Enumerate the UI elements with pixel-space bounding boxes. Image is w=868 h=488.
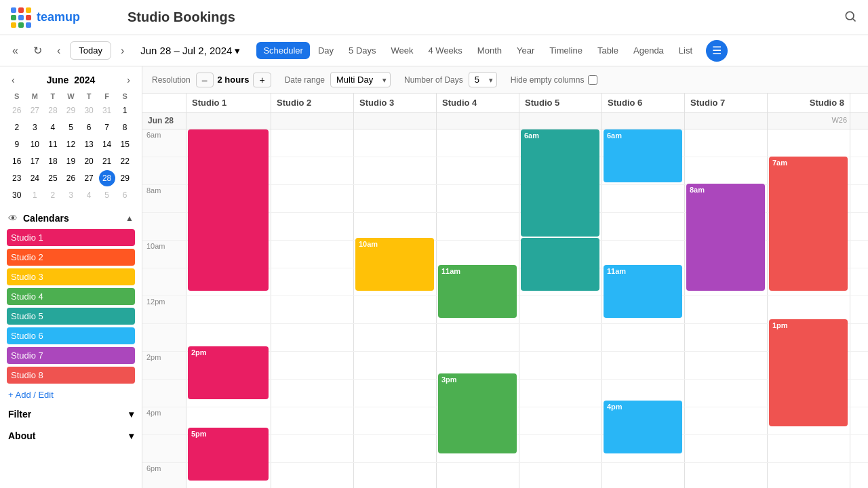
hide-empty-checkbox[interactable] xyxy=(588,75,597,85)
more-options-button[interactable]: ☰ xyxy=(706,40,728,62)
event-block[interactable]: 5pm xyxy=(188,428,269,481)
mini-cal-day[interactable]: 20 xyxy=(81,153,97,169)
time-grid-cell[interactable] xyxy=(685,407,768,434)
mini-cal-day[interactable]: 3 xyxy=(26,119,43,136)
time-grid-cell[interactable] xyxy=(519,463,602,488)
mini-cal-day[interactable]: 27 xyxy=(26,102,43,119)
view-5days-button[interactable]: 5 Days xyxy=(342,42,382,59)
mini-cal-day[interactable]: 1 xyxy=(117,102,133,119)
mini-cal-day[interactable]: 5 xyxy=(99,187,115,203)
time-grid-cell[interactable] xyxy=(271,157,354,184)
add-edit-link[interactable]: + Add / Edit xyxy=(0,386,142,403)
mini-cal-day[interactable]: 29 xyxy=(117,170,133,186)
mini-cal-day[interactable]: 13 xyxy=(81,136,97,152)
refresh-button[interactable]: ↻ xyxy=(28,41,47,60)
view-4weeks-button[interactable]: 4 Weeks xyxy=(422,42,469,59)
view-day-button[interactable]: Day xyxy=(311,42,340,59)
event-block[interactable]: 8am xyxy=(686,184,765,291)
time-grid-cell[interactable] xyxy=(437,324,519,351)
view-agenda-button[interactable]: Agenda xyxy=(627,42,671,59)
calendar-item[interactable]: Studio 2 xyxy=(7,249,135,266)
event-block[interactable]: 2pm xyxy=(188,346,269,399)
mini-cal-day[interactable]: 6 xyxy=(117,187,133,203)
num-days-select[interactable]: 5 xyxy=(469,72,497,87)
mini-cal-day[interactable]: 23 xyxy=(9,170,25,186)
mini-cal-day[interactable]: 29 xyxy=(62,102,79,119)
nav-next-button[interactable]: › xyxy=(115,42,130,60)
time-grid-cell[interactable] xyxy=(354,380,437,407)
time-grid-cell[interactable] xyxy=(685,435,768,462)
time-grid-cell[interactable] xyxy=(186,296,271,323)
mini-cal-day[interactable]: 7 xyxy=(99,119,115,136)
today-button[interactable]: Today xyxy=(70,41,111,60)
mini-cal-day[interactable]: 26 xyxy=(62,170,79,186)
mini-cal-day[interactable]: 30 xyxy=(9,187,25,203)
time-grid-cell[interactable] xyxy=(271,352,354,379)
time-grid-cell[interactable] xyxy=(685,157,768,184)
time-grid-cell[interactable] xyxy=(685,463,768,488)
time-grid-cell[interactable] xyxy=(437,129,519,157)
mini-cal-day[interactable]: 6 xyxy=(81,119,97,136)
time-grid-cell[interactable] xyxy=(602,213,685,240)
calendar-item[interactable]: Studio 8 xyxy=(7,367,135,384)
mini-cal-day[interactable]: 3 xyxy=(62,187,79,203)
mini-cal-day[interactable]: 10 xyxy=(26,136,43,152)
view-month-button[interactable]: Month xyxy=(471,42,509,59)
time-grid-cell[interactable] xyxy=(519,324,602,351)
calendar-item[interactable]: Studio 7 xyxy=(7,347,135,364)
calendar-item[interactable]: Studio 5 xyxy=(7,308,135,325)
mini-cal-day[interactable]: 24 xyxy=(26,170,43,186)
resolution-minus-button[interactable]: – xyxy=(196,73,214,87)
calendar-item[interactable]: Studio 6 xyxy=(7,327,135,344)
mini-cal-prev-button[interactable]: ‹ xyxy=(8,73,18,87)
mini-cal-day[interactable]: 9 xyxy=(9,136,25,152)
time-grid-cell[interactable] xyxy=(437,213,519,240)
time-grid-cell[interactable] xyxy=(271,268,354,296)
mini-cal-day[interactable]: 27 xyxy=(81,170,97,186)
time-grid-cell[interactable] xyxy=(437,157,519,184)
event-block[interactable] xyxy=(521,238,599,291)
time-grid-cell[interactable] xyxy=(354,296,437,323)
mini-cal-day[interactable]: 11 xyxy=(45,136,61,152)
date-range-display[interactable]: Jun 28 – Jul 2, 2024 ▾ xyxy=(134,42,247,60)
mini-cal-day[interactable]: 8 xyxy=(117,119,133,136)
time-grid-cell[interactable] xyxy=(437,463,519,488)
time-grid-cell[interactable] xyxy=(354,407,437,434)
about-section[interactable]: About ▾ xyxy=(0,425,142,447)
nav-prev-prev-button[interactable]: « xyxy=(7,42,24,60)
mini-cal-day[interactable]: 4 xyxy=(81,187,97,203)
time-grid-cell[interactable] xyxy=(437,241,519,268)
mini-cal-day[interactable]: 18 xyxy=(45,153,61,169)
mini-cal-day[interactable]: 2 xyxy=(45,187,61,203)
event-block[interactable]: 6am xyxy=(521,129,599,237)
time-grid-cell[interactable] xyxy=(685,324,768,351)
time-grid-cell[interactable] xyxy=(271,324,354,351)
mini-cal-day[interactable]: 4 xyxy=(45,119,61,136)
event-block[interactable]: 4pm xyxy=(604,401,682,453)
event-block[interactable]: 3pm xyxy=(438,373,517,453)
time-grid-cell[interactable] xyxy=(271,380,354,407)
mini-cal-day[interactable]: 2 xyxy=(9,119,25,136)
view-week-button[interactable]: Week xyxy=(384,42,420,59)
mini-cal-day[interactable]: 28 xyxy=(99,170,115,186)
mini-cal-day[interactable]: 1 xyxy=(26,187,43,203)
event-block[interactable]: 11am xyxy=(438,265,517,318)
time-grid-cell[interactable] xyxy=(602,352,685,379)
time-grid-cell[interactable] xyxy=(271,185,354,212)
event-block[interactable]: 1pm xyxy=(769,319,848,426)
view-list-button[interactable]: List xyxy=(672,42,699,59)
calendar-item[interactable]: Studio 3 xyxy=(7,268,135,285)
time-grid-cell[interactable] xyxy=(519,380,602,407)
filter-section[interactable]: Filter ▾ xyxy=(0,403,142,425)
event-block[interactable]: 10am xyxy=(355,238,434,291)
time-grid-cell[interactable] xyxy=(519,435,602,462)
time-grid-cell[interactable] xyxy=(602,463,685,488)
mini-cal-day[interactable]: 26 xyxy=(9,102,25,119)
time-grid-cell[interactable] xyxy=(271,296,354,323)
mini-cal-day[interactable]: 22 xyxy=(117,153,133,169)
view-scheduler-button[interactable]: Scheduler xyxy=(256,42,310,59)
resolution-plus-button[interactable]: + xyxy=(253,73,271,87)
mini-cal-day[interactable]: 14 xyxy=(99,136,115,152)
event-block[interactable] xyxy=(188,129,269,291)
time-grid-cell[interactable] xyxy=(685,352,768,379)
